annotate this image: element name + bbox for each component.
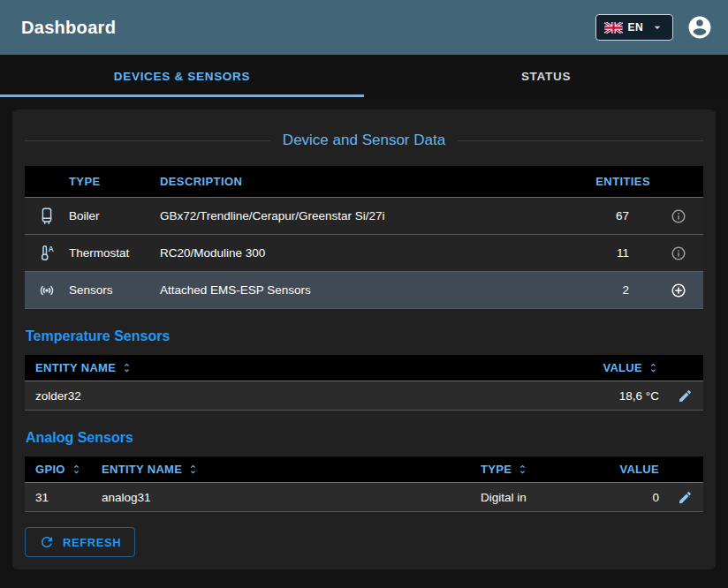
table-row-sensors[interactable]: Sensors Attached EMS-ESP Sensors 2 [25, 272, 703, 309]
sort-icon [121, 362, 133, 373]
sensor-value: 0 [582, 491, 666, 504]
table-row-thermostat[interactable]: A Thermostat RC20/Moduline 300 11 [25, 235, 703, 272]
account-button[interactable] [686, 13, 714, 41]
sensor-entity-name: zolder32 [25, 389, 534, 403]
device-description: RC20/Moduline 300 [160, 246, 557, 260]
sensor-entity-name: analog31 [102, 491, 481, 504]
sort-entity-name[interactable]: ENTITY NAME [102, 463, 481, 476]
sort-icon [71, 464, 82, 475]
sort-icon [187, 464, 199, 475]
divider [458, 140, 703, 141]
add-button[interactable] [671, 283, 686, 298]
sensor-value: 18,6 °C [534, 389, 666, 403]
sort-entity-name[interactable]: ENTITY NAME [25, 361, 534, 374]
analog-sensors-table: GPIO ENTITY NAME TYPE [25, 456, 703, 512]
device-description: GBx72/Trendline/Cerapur/Greenstar Si/27i [160, 209, 557, 222]
divider [25, 140, 270, 141]
device-table: TYPE DESCRIPTION ENTITIES Boiler GBx72/T… [25, 166, 703, 309]
temperature-sensors-table: ENTITY NAME VALUE zolder32 18,6 °C [25, 355, 703, 411]
sort-type[interactable]: TYPE [481, 463, 582, 476]
temperature-table-header: ENTITY NAME VALUE [25, 355, 703, 381]
tab-status[interactable]: STATUS [364, 55, 728, 97]
device-description: Attached EMS-ESP Sensors [160, 283, 557, 297]
uk-flag-icon [604, 22, 623, 34]
dashboard-card: Device and Sensor Data TYPE DESCRIPTION … [12, 109, 716, 569]
sensors-icon [25, 281, 69, 300]
device-table-header: TYPE DESCRIPTION ENTITIES [25, 166, 703, 198]
main-content: Device and Sensor Data TYPE DESCRIPTION … [0, 97, 728, 582]
sensor-type: Digital in [481, 491, 582, 504]
tab-bar: DEVICES & SENSORS STATUS [0, 55, 728, 97]
device-type: Thermostat [69, 246, 160, 260]
active-tab-indicator [0, 94, 364, 97]
table-row-boiler[interactable]: Boiler GBx72/Trendline/Cerapur/Greenstar… [25, 198, 703, 235]
card-title-row: Device and Sensor Data [25, 109, 703, 150]
boiler-icon [25, 207, 69, 226]
thermostat-icon: A [25, 244, 69, 263]
sensor-gpio: 31 [25, 491, 102, 504]
column-type: TYPE [69, 175, 160, 188]
account-circle-icon [686, 14, 713, 41]
sort-gpio[interactable]: GPIO [25, 463, 102, 476]
device-entities: 67 [557, 209, 654, 222]
temperature-sensors-heading: Temperature Sensors [26, 328, 703, 344]
refresh-icon [39, 534, 55, 550]
device-entities: 11 [557, 246, 654, 260]
analog-sensors-heading: Analog Sensors [26, 430, 703, 446]
page-title: Dashboard [21, 18, 595, 38]
refresh-button[interactable]: REFRESH [25, 527, 135, 557]
language-code: EN [628, 21, 643, 34]
sort-icon [517, 464, 528, 475]
device-type: Sensors [69, 283, 160, 297]
sort-icon [648, 362, 659, 373]
card-title: Device and Sensor Data [283, 131, 445, 150]
column-entities: ENTITIES [557, 175, 654, 188]
edit-button[interactable] [678, 490, 693, 505]
edit-button[interactable] [678, 388, 693, 403]
analog-table-header: GPIO ENTITY NAME TYPE [25, 456, 703, 483]
device-type: Boiler [69, 209, 160, 222]
table-row-temperature-sensor[interactable]: zolder32 18,6 °C [25, 381, 703, 411]
column-description: DESCRIPTION [160, 175, 557, 188]
tab-devices-sensors[interactable]: DEVICES & SENSORS [0, 55, 364, 97]
chevron-down-icon [650, 20, 664, 34]
sort-value[interactable]: VALUE [534, 361, 666, 374]
info-button[interactable] [671, 245, 686, 261]
svg-text:A: A [49, 245, 54, 253]
column-value: VALUE [582, 463, 666, 476]
appbar: Dashboard EN [0, 0, 728, 55]
language-selector[interactable]: EN [595, 14, 673, 41]
info-button[interactable] [671, 208, 686, 224]
device-entities: 2 [557, 283, 654, 297]
table-row-analog-sensor[interactable]: 31 analog31 Digital in 0 [25, 483, 703, 512]
